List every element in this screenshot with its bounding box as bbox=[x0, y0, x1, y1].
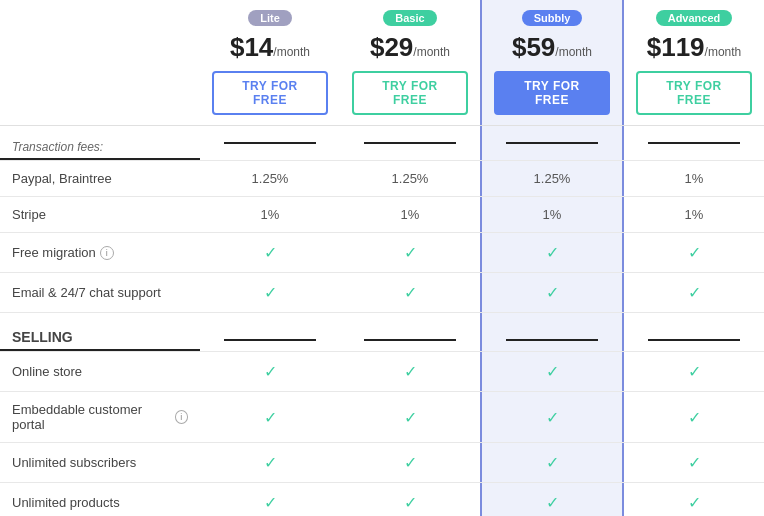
check-icon: ✓ bbox=[546, 362, 559, 381]
selling-cell-advanced-1: ✓ bbox=[624, 392, 764, 442]
check-icon: ✓ bbox=[688, 283, 701, 302]
cell-advanced-0: 1% bbox=[624, 161, 764, 196]
table-row: Paypal, Braintree1.25%1.25%1.25%1% bbox=[0, 161, 764, 197]
try-btn-advanced[interactable]: TRY FOR FREE bbox=[636, 71, 752, 115]
feature-label: Email & 24/7 chat support bbox=[12, 285, 161, 300]
cell-value: 1.25% bbox=[534, 171, 571, 186]
feature-cell: Paypal, Braintree bbox=[0, 161, 200, 196]
cell-value: 1% bbox=[685, 207, 704, 222]
tx-divider-lite bbox=[200, 126, 340, 160]
table-row: Email & 24/7 chat support✓✓✓✓ bbox=[0, 273, 764, 313]
tx-divider-advanced bbox=[624, 126, 764, 160]
check-icon: ✓ bbox=[546, 243, 559, 262]
plan-col-basic: Basic $29/month TRY FOR FREE bbox=[340, 0, 480, 125]
cell-value: 1.25% bbox=[392, 171, 429, 186]
price-period-advanced: /month bbox=[705, 45, 742, 59]
selling-cell-advanced-0: ✓ bbox=[624, 352, 764, 391]
cell-basic-1: 1% bbox=[340, 197, 480, 232]
feature-label: Online store bbox=[12, 364, 82, 379]
selling-divider-subbly bbox=[480, 313, 624, 351]
price-period-basic: /month bbox=[413, 45, 450, 59]
transaction-fees-header: Transaction fees: bbox=[0, 126, 764, 161]
feature-cell: Embeddable customer portal i bbox=[0, 392, 200, 442]
selling-cell-subbly-0: ✓ bbox=[480, 352, 624, 391]
check-icon: ✓ bbox=[404, 493, 417, 512]
tx-divider-subbly bbox=[480, 126, 624, 160]
cell-subbly-3: ✓ bbox=[480, 273, 624, 312]
try-btn-subbly[interactable]: TRY FOR FREE bbox=[494, 71, 610, 115]
feature-cell: Free migration i bbox=[0, 233, 200, 272]
selling-section-header: SELLING bbox=[0, 313, 764, 352]
check-icon: ✓ bbox=[264, 453, 277, 472]
plan-divider bbox=[364, 142, 457, 144]
feature-cell: Online store bbox=[0, 352, 200, 391]
price-period-lite: /month bbox=[273, 45, 310, 59]
selling-cell-advanced-2: ✓ bbox=[624, 443, 764, 482]
cell-subbly-2: ✓ bbox=[480, 233, 624, 272]
plan-divider bbox=[224, 142, 317, 144]
price-advanced: $119/month bbox=[647, 32, 742, 63]
pricing-table: Lite $14/month TRY FOR FREE Basic $29/mo… bbox=[0, 0, 764, 516]
check-icon: ✓ bbox=[688, 453, 701, 472]
plan-col-lite: Lite $14/month TRY FOR FREE bbox=[200, 0, 340, 125]
plan-divider bbox=[648, 142, 741, 144]
try-btn-lite[interactable]: TRY FOR FREE bbox=[212, 71, 328, 115]
cell-lite-2: ✓ bbox=[200, 233, 340, 272]
feature-cell: Email & 24/7 chat support bbox=[0, 273, 200, 312]
check-icon: ✓ bbox=[404, 453, 417, 472]
cell-value: 1% bbox=[543, 207, 562, 222]
table-row: Unlimited products✓✓✓✓ bbox=[0, 483, 764, 516]
cell-basic-0: 1.25% bbox=[340, 161, 480, 196]
cell-basic-2: ✓ bbox=[340, 233, 480, 272]
cell-lite-3: ✓ bbox=[200, 273, 340, 312]
check-icon: ✓ bbox=[264, 362, 277, 381]
feature-label: Unlimited subscribers bbox=[12, 455, 136, 470]
info-icon[interactable]: i bbox=[175, 410, 188, 424]
plan-badge-lite: Lite bbox=[248, 10, 292, 26]
check-icon: ✓ bbox=[404, 243, 417, 262]
table-row: Online store✓✓✓✓ bbox=[0, 352, 764, 392]
plan-divider bbox=[648, 339, 741, 341]
check-icon: ✓ bbox=[404, 283, 417, 302]
transaction-fees-label: Transaction fees: bbox=[0, 126, 200, 160]
selling-cell-subbly-3: ✓ bbox=[480, 483, 624, 516]
selling-cell-basic-3: ✓ bbox=[340, 483, 480, 516]
feature-cell: Stripe bbox=[0, 197, 200, 232]
cell-lite-0: 1.25% bbox=[200, 161, 340, 196]
main-rows: Paypal, Braintree1.25%1.25%1.25%1%Stripe… bbox=[0, 161, 764, 313]
selling-label: SELLING bbox=[0, 313, 200, 351]
cell-advanced-1: 1% bbox=[624, 197, 764, 232]
cell-value: 1% bbox=[261, 207, 280, 222]
selling-cell-lite-0: ✓ bbox=[200, 352, 340, 391]
price-basic: $29/month bbox=[370, 32, 450, 63]
selling-cell-basic-0: ✓ bbox=[340, 352, 480, 391]
check-icon: ✓ bbox=[404, 362, 417, 381]
info-icon[interactable]: i bbox=[100, 246, 114, 260]
table-row: Stripe1%1%1%1% bbox=[0, 197, 764, 233]
selling-cell-subbly-2: ✓ bbox=[480, 443, 624, 482]
selling-section: SELLINGOnline store✓✓✓✓Embeddable custom… bbox=[0, 313, 764, 516]
feature-label: Stripe bbox=[12, 207, 46, 222]
selling-cell-lite-1: ✓ bbox=[200, 392, 340, 442]
feature-label: Free migration bbox=[12, 245, 96, 260]
selling-cell-lite-2: ✓ bbox=[200, 443, 340, 482]
check-icon: ✓ bbox=[688, 362, 701, 381]
selling-divider-lite bbox=[200, 313, 340, 351]
cell-advanced-3: ✓ bbox=[624, 273, 764, 312]
plan-col-subbly: Subbly $59/month TRY FOR FREE bbox=[480, 0, 624, 125]
cell-subbly-0: 1.25% bbox=[480, 161, 624, 196]
selling-cell-advanced-3: ✓ bbox=[624, 483, 764, 516]
table-row: Unlimited subscribers✓✓✓✓ bbox=[0, 443, 764, 483]
price-amount-subbly: $59/month bbox=[512, 32, 592, 62]
selling-cell-subbly-1: ✓ bbox=[480, 392, 624, 442]
price-subbly: $59/month bbox=[512, 32, 592, 63]
plan-badge-basic: Basic bbox=[383, 10, 436, 26]
price-amount-basic: $29/month bbox=[370, 32, 450, 62]
try-btn-basic[interactable]: TRY FOR FREE bbox=[352, 71, 468, 115]
check-icon: ✓ bbox=[264, 243, 277, 262]
plan-col-advanced: Advanced $119/month TRY FOR FREE bbox=[624, 0, 764, 125]
check-icon: ✓ bbox=[546, 408, 559, 427]
cell-value: 1% bbox=[401, 207, 420, 222]
tx-divider-basic bbox=[340, 126, 480, 160]
plan-divider bbox=[364, 339, 457, 341]
